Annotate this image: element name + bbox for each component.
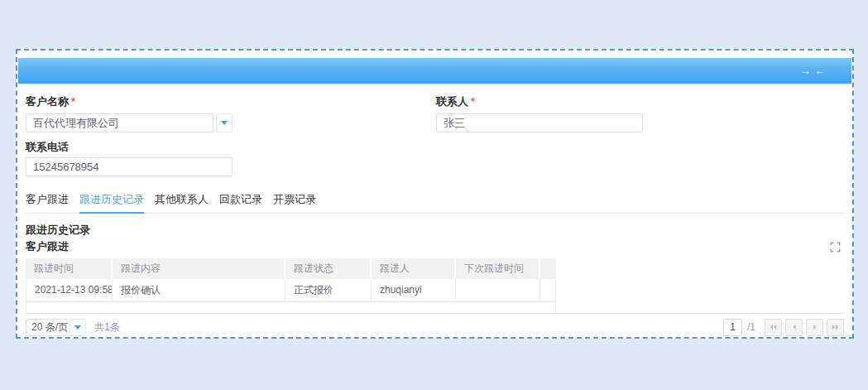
col-next-follow-time: 下次跟进时间 bbox=[456, 258, 540, 279]
current-page-input[interactable]: 1 bbox=[723, 319, 742, 336]
table-empty-area bbox=[26, 302, 556, 313]
page-background: { "panel": { "header": { "collapse_icon_… bbox=[0, 0, 868, 390]
col-follow-content: 跟进内容 bbox=[113, 258, 285, 279]
tab-bar: 客户跟进 跟进历史记录 其他联系人 回款记录 开票记录 bbox=[26, 193, 844, 214]
cell-next-follow-time bbox=[456, 279, 540, 302]
subsection-title: 客户跟进 bbox=[26, 240, 69, 253]
col-follow-time: 跟进时间 bbox=[26, 258, 113, 279]
phone-label: 联系电话 bbox=[26, 141, 233, 154]
required-asterisk: * bbox=[71, 95, 75, 108]
customer-name-group: 客户名称* bbox=[26, 95, 233, 132]
required-asterisk: * bbox=[471, 95, 475, 108]
tab-customer-follow-up[interactable]: 客户跟进 bbox=[26, 193, 69, 213]
subsection-header: 客户跟进 bbox=[26, 240, 844, 253]
customer-name-dropdown-button[interactable] bbox=[216, 113, 233, 132]
phone-input[interactable] bbox=[26, 157, 233, 176]
page-size-value[interactable]: 20 条/页 bbox=[26, 319, 67, 336]
cell-follow-content: 报价确认 bbox=[113, 279, 285, 302]
pagination-bar: 20 条/页 共1条 1 /1 bbox=[26, 313, 844, 340]
tab-payment-records[interactable]: 回款记录 bbox=[219, 193, 262, 213]
page-size-dropdown-button[interactable] bbox=[70, 319, 86, 336]
last-page-button[interactable] bbox=[827, 319, 844, 336]
customer-name-label: 客户名称* bbox=[26, 95, 233, 108]
table-row[interactable]: 2021-12-13 09:58:59 报价确认 正式报价 zhuqianyi bbox=[26, 279, 556, 302]
contact-label: 联系人* bbox=[436, 95, 643, 108]
contact-input[interactable] bbox=[436, 113, 643, 132]
caret-down-icon bbox=[74, 325, 81, 330]
col-spacer bbox=[540, 258, 556, 279]
panel-title-bar: →← bbox=[18, 58, 851, 84]
caret-down-icon bbox=[221, 121, 228, 125]
contact-group: 联系人* bbox=[436, 95, 643, 132]
follow-up-table: 跟进时间 跟进内容 跟进状态 跟进人 下次跟进时间 2021-12-13 09:… bbox=[26, 258, 556, 302]
prev-page-icon bbox=[791, 324, 798, 330]
customer-name-select bbox=[26, 113, 233, 132]
form-row-2: 联系电话 bbox=[26, 141, 844, 176]
col-follow-status: 跟进状态 bbox=[285, 258, 372, 279]
customer-detail-panel: →← 客户名称* 联系人* bbox=[16, 49, 854, 339]
section-title: 跟进历史记录 bbox=[26, 224, 844, 237]
cell-follow-status: 正式报价 bbox=[285, 279, 372, 302]
form-row-1: 客户名称* 联系人* bbox=[26, 95, 844, 132]
tab-other-contacts[interactable]: 其他联系人 bbox=[155, 193, 209, 213]
customer-name-label-text: 客户名称 bbox=[26, 95, 69, 108]
first-page-icon bbox=[770, 324, 777, 330]
customer-name-input[interactable] bbox=[26, 113, 213, 132]
tab-invoice-records[interactable]: 开票记录 bbox=[273, 193, 316, 213]
next-page-icon bbox=[812, 324, 818, 330]
cell-spacer bbox=[540, 279, 556, 302]
next-page-button[interactable] bbox=[806, 319, 823, 336]
table-header-row: 跟进时间 跟进内容 跟进状态 跟进人 下次跟进时间 bbox=[26, 258, 556, 279]
cell-follow-time: 2021-12-13 09:58:59 bbox=[26, 279, 113, 302]
contact-label-text: 联系人 bbox=[436, 95, 468, 108]
collapse-horizontal-icon[interactable]: →← bbox=[800, 65, 828, 76]
fullscreen-icon[interactable] bbox=[830, 242, 844, 253]
last-page-icon bbox=[832, 324, 839, 330]
pagination-left: 20 条/页 共1条 bbox=[26, 319, 120, 336]
total-count-label: 共1条 bbox=[94, 320, 120, 335]
tab-follow-up-history[interactable]: 跟进历史记录 bbox=[79, 193, 144, 214]
col-follow-person: 跟进人 bbox=[372, 258, 456, 279]
total-pages-label: /1 bbox=[747, 321, 755, 333]
page-size-select: 20 条/页 bbox=[26, 319, 86, 336]
pagination-right: 1 /1 bbox=[723, 319, 844, 336]
cell-follow-person: zhuqianyi bbox=[372, 279, 456, 302]
prev-page-button[interactable] bbox=[785, 319, 803, 336]
phone-group: 联系电话 bbox=[26, 141, 233, 176]
first-page-button[interactable] bbox=[765, 319, 782, 336]
panel-content: 客户名称* 联系人* 联系电话 bbox=[17, 95, 852, 340]
